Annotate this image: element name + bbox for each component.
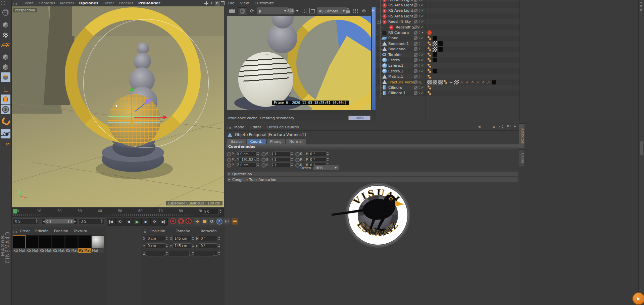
attr-menu-modo[interactable]: Modo <box>234 125 244 129</box>
phong-tag-icon[interactable] <box>427 74 432 79</box>
attr-menu-datos-de-usuario[interactable]: Datos de Usuario <box>267 125 299 129</box>
mat-tag-icon[interactable] <box>492 80 496 84</box>
object-name[interactable]: Cilindro <box>388 85 402 90</box>
side-tab-capas[interactable]: Capas <box>519 149 525 167</box>
visibility-dots[interactable] <box>419 14 420 18</box>
triangle-tag-icon[interactable]: △ <box>486 80 491 84</box>
value-field[interactable]: 0 ° <box>309 157 327 162</box>
visibility-dots[interactable] <box>419 20 420 23</box>
coords-stepper[interactable] <box>165 244 168 248</box>
visibility-dots[interactable] <box>419 91 420 95</box>
enabled-check-icon[interactable]: ✓ <box>421 53 424 57</box>
noise-tag-icon[interactable] <box>433 80 437 84</box>
viewport-pan-icon[interactable] <box>204 1 208 5</box>
field-stepper[interactable] <box>327 157 329 162</box>
object-row[interactable]: Fractura Voronoi.1~△∴∴△∴△ <box>376 79 520 85</box>
mat-tag-icon[interactable] <box>433 69 437 73</box>
enabled-check-icon[interactable]: ✓ <box>421 0 424 2</box>
visibility-dots[interactable] <box>419 3 420 7</box>
object-name[interactable]: Booleano.1 <box>388 42 409 46</box>
coords-stepper[interactable] <box>165 236 168 241</box>
next-key-button[interactable]: ⟳ <box>150 218 159 226</box>
key-radio[interactable] <box>295 158 300 162</box>
value-field[interactable]: 0 ° <box>309 151 327 156</box>
film-toggle-button[interactable] <box>232 218 238 225</box>
layer-toggle[interactable] <box>414 42 417 46</box>
settings-grid-icon[interactable] <box>507 125 510 128</box>
enabled-check-icon[interactable]: ✓ <box>421 58 424 62</box>
render-play-button[interactable]: ▶ <box>238 7 247 15</box>
tab-phong[interactable]: Phong <box>267 139 285 144</box>
layer-toggle[interactable] <box>414 20 417 23</box>
snapshot-grid-icon[interactable] <box>353 7 358 14</box>
field-stepper[interactable] <box>291 157 293 162</box>
menu-grip[interactable] <box>142 229 147 233</box>
layer-toggle[interactable] <box>414 3 417 7</box>
dots-tag-icon[interactable]: ∴ <box>481 80 486 84</box>
dock-grip[interactable] <box>640 2 644 12</box>
object-name[interactable]: RS Cámara <box>388 30 409 35</box>
key-radio[interactable] <box>261 158 266 162</box>
expand-panel-chevrons[interactable]: » <box>371 8 374 13</box>
coords-button[interactable] <box>168 251 190 256</box>
material-label[interactable]: RS Mate <box>65 248 78 253</box>
object-row[interactable]: Esfera✓ <box>376 57 520 63</box>
key-radio[interactable] <box>227 163 231 168</box>
coords-field[interactable]: 0 cm <box>146 243 165 248</box>
viewport-rotate-icon[interactable]: ⟳ <box>215 1 220 6</box>
search-icon[interactable] <box>499 125 503 128</box>
material-thumbnail[interactable] <box>65 235 78 248</box>
menu-grip[interactable] <box>13 229 17 233</box>
viewport-menu-mostrar[interactable]: Mostrar <box>60 1 74 5</box>
position-toggle-button[interactable]: + <box>194 218 200 225</box>
channel-dropdown-icon[interactable] <box>296 7 299 14</box>
object-name[interactable]: RS Area Light <box>388 0 413 2</box>
layer-toggle[interactable] <box>414 25 417 29</box>
dots-tag-icon[interactable]: ∴ <box>465 80 469 84</box>
coords-button[interactable] <box>194 251 213 256</box>
phong-tag-icon[interactable] <box>427 91 432 96</box>
bucket-mode-dropdown[interactable]: JI <box>257 7 289 14</box>
material-label[interactable]: Mat <box>91 248 104 253</box>
visibility-dots[interactable] <box>419 9 420 12</box>
render-image[interactable]: Frame 0: 2020-11-03 18:25:51 (0.00s) <box>227 16 371 110</box>
tool-snap-mode[interactable]: S <box>1 105 10 114</box>
layer-toggle[interactable] <box>414 58 417 62</box>
object-row[interactable]: RS Area Light✓ <box>376 2 520 8</box>
enabled-check-icon[interactable]: ✓ <box>421 14 424 18</box>
mat-tag-icon[interactable] <box>433 58 437 62</box>
tool-tweak-mode[interactable] <box>1 95 10 104</box>
enabled-check-icon[interactable]: ✓ <box>421 69 424 73</box>
coords-stepper[interactable] <box>218 236 220 241</box>
autokey-button[interactable] <box>178 218 184 224</box>
prev-key-button[interactable]: ⟲ <box>115 218 124 226</box>
enabled-check-icon[interactable]: ✓ <box>421 63 424 68</box>
tool-workplane[interactable] <box>1 40 10 50</box>
attr-menu-editar[interactable]: Editar <box>250 125 261 129</box>
value-field[interactable]: 1 <box>273 151 291 156</box>
key-radio[interactable] <box>295 163 300 168</box>
layer-toggle[interactable] <box>414 53 417 57</box>
layer-toggle[interactable] <box>414 31 417 35</box>
layer-toggle[interactable] <box>414 0 417 2</box>
field-stepper[interactable] <box>257 157 259 162</box>
coords-field[interactable]: 0 ° <box>199 236 217 241</box>
key-radio[interactable] <box>261 152 266 157</box>
layer-toggle[interactable] <box>414 69 417 73</box>
scale-toggle-button[interactable] <box>201 218 208 225</box>
phong-tag-icon[interactable] <box>427 52 432 57</box>
material-menu-crear[interactable]: Crear <box>20 229 30 233</box>
phong-tag-icon[interactable] <box>427 41 432 46</box>
tool-model-mode[interactable] <box>1 20 10 30</box>
viewport-camera-label[interactable]: Perspectiva <box>13 8 37 12</box>
perspective-viewport[interactable]: Z Perspectiva Espaciado Cuadrícula : 100… <box>12 6 224 207</box>
visibility-dots[interactable] <box>419 31 420 35</box>
triangle-tag-icon[interactable]: △ <box>459 80 464 84</box>
add-icon[interactable]: + <box>513 125 516 128</box>
checker-tag-icon[interactable] <box>454 80 459 84</box>
field-stepper[interactable] <box>257 163 259 167</box>
renderview-menu-customize[interactable]: Customize <box>255 1 274 5</box>
visibility-dots[interactable] <box>419 53 420 57</box>
visibility-dots[interactable] <box>419 69 420 73</box>
material-thumbnail[interactable] <box>39 235 52 248</box>
